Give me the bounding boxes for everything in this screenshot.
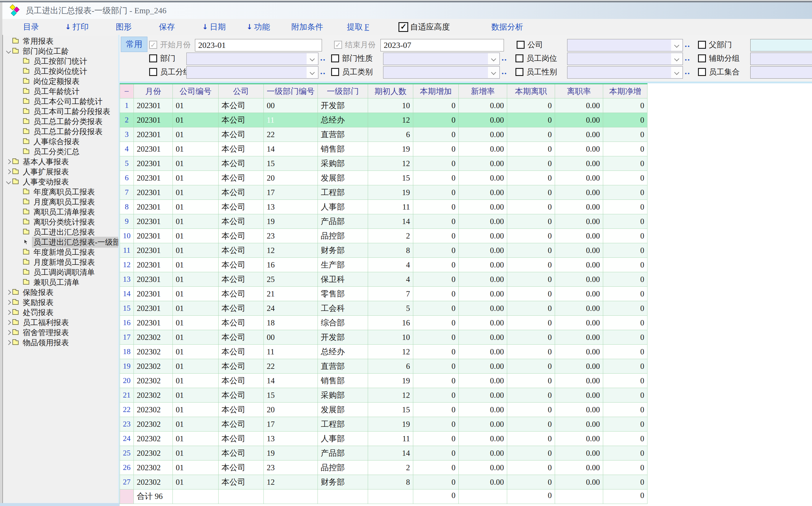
table-cell[interactable]: 202301 xyxy=(134,171,173,185)
table-cell[interactable]: 01 xyxy=(173,185,219,200)
chevron-down-icon[interactable] xyxy=(671,53,682,65)
table-cell[interactable]: 01 xyxy=(173,287,219,301)
table-cell[interactable]: 12 xyxy=(368,113,413,128)
table-cell[interactable]: 本公司 xyxy=(219,388,264,403)
tree-item[interactable]: 员工按岗位统计 xyxy=(3,66,118,76)
table-cell[interactable]: 0 xyxy=(603,490,647,504)
table-cell[interactable]: 0 xyxy=(507,316,555,330)
table-cell[interactable]: 7 xyxy=(368,287,413,301)
row-number-cell[interactable]: 23 xyxy=(120,417,134,431)
table-cell[interactable]: 0 xyxy=(603,475,647,490)
chevron-down-icon[interactable] xyxy=(671,39,682,51)
table-cell[interactable]: 01 xyxy=(173,171,219,185)
table-cell[interactable]: 本公司 xyxy=(219,171,264,185)
table-cell[interactable]: 0 xyxy=(413,460,459,475)
table-cell[interactable]: 0.00 xyxy=(459,229,507,243)
table-cell[interactable]: 2 xyxy=(368,460,413,475)
table-cell[interactable]: 00 xyxy=(264,98,318,113)
table-cell[interactable]: 0 xyxy=(603,214,647,229)
tree-item[interactable]: 员工本司工龄分段报表 xyxy=(3,106,118,116)
table-cell[interactable]: 11 xyxy=(264,345,318,359)
dept-nature-more-button[interactable]: .. xyxy=(502,53,507,63)
table-cell[interactable]: 0 xyxy=(413,200,459,214)
row-number-cell[interactable]: 13 xyxy=(120,272,134,287)
table-cell[interactable]: 0 xyxy=(507,185,555,200)
chevron-down-icon[interactable] xyxy=(307,53,318,65)
table-cell[interactable]: 0.00 xyxy=(555,142,603,156)
tree-item[interactable]: 处罚报表 xyxy=(3,308,118,318)
row-number-cell[interactable] xyxy=(120,490,134,504)
collapse-icon[interactable] xyxy=(5,49,12,53)
table-cell[interactable]: 0 xyxy=(413,301,459,316)
table-cell[interactable]: 0 xyxy=(507,287,555,301)
expand-icon[interactable] xyxy=(5,170,12,173)
table-cell[interactable]: 0 xyxy=(603,156,647,171)
table-cell[interactable]: 17 xyxy=(264,185,318,200)
table-cell[interactable]: 19 xyxy=(264,446,318,460)
table-cell[interactable]: 0.00 xyxy=(459,388,507,403)
table-cell[interactable]: 0.00 xyxy=(459,446,507,460)
table-cell[interactable]: 0.00 xyxy=(555,403,603,417)
table-cell[interactable]: 14 xyxy=(264,373,318,388)
table-cell[interactable]: 11 xyxy=(368,431,413,446)
table-cell[interactable]: 0 xyxy=(413,446,459,460)
table-cell[interactable]: 本公司 xyxy=(219,243,264,258)
table-cell[interactable]: 0 xyxy=(603,330,647,345)
row-number-cell[interactable]: 14 xyxy=(120,287,134,301)
emp-group-more-button[interactable]: .. xyxy=(320,66,326,76)
column-header[interactable]: 本期离职 xyxy=(507,84,555,98)
row-number-cell[interactable]: 5 xyxy=(120,156,134,171)
table-cell[interactable]: 18 xyxy=(264,316,318,330)
table-cell[interactable]: 0 xyxy=(413,171,459,185)
tree-item[interactable]: 物品领用报表 xyxy=(3,338,118,348)
table-cell[interactable]: 0 xyxy=(507,229,555,243)
column-header[interactable]: 本期增加 xyxy=(413,84,459,98)
table-cell[interactable]: 13 xyxy=(264,431,318,446)
table-cell[interactable]: 12 xyxy=(368,388,413,403)
table-cell[interactable]: 0.00 xyxy=(459,156,507,171)
table-cell[interactable]: 0 xyxy=(413,243,459,258)
table-cell[interactable]: 0.00 xyxy=(459,287,507,301)
table-cell[interactable]: 生产部 xyxy=(318,258,368,272)
emp-gender-dropdown[interactable] xyxy=(567,66,683,79)
table-cell[interactable]: 202301 xyxy=(134,156,173,171)
table-cell[interactable]: 0 xyxy=(413,475,459,490)
table-cell[interactable]: 202302 xyxy=(134,373,173,388)
table-cell[interactable]: 本公司 xyxy=(219,272,264,287)
table-cell[interactable]: 0.00 xyxy=(555,373,603,388)
tree-item[interactable]: 员工年龄统计 xyxy=(3,86,118,96)
column-header[interactable]: 离职率 xyxy=(555,84,603,98)
table-cell[interactable]: 01 xyxy=(173,460,219,475)
table-cell[interactable]: 0 xyxy=(413,359,459,373)
tree-item[interactable]: 人事扩展报表 xyxy=(3,167,118,177)
table-cell[interactable]: 01 xyxy=(173,388,219,403)
table-cell[interactable]: 01 xyxy=(173,431,219,446)
table-cell[interactable]: 0 xyxy=(507,490,555,504)
row-number-cell[interactable]: 2 xyxy=(120,113,134,128)
tree-item[interactable]: 年度新增员工报表 xyxy=(3,247,118,257)
table-cell[interactable]: 采购部 xyxy=(318,388,368,403)
table-cell[interactable]: 本公司 xyxy=(219,214,264,229)
row-number-cell[interactable]: 4 xyxy=(120,142,134,156)
table-cell[interactable]: 零售部 xyxy=(318,287,368,301)
function-button[interactable]: ↓ 功能 xyxy=(246,21,270,32)
row-number-cell[interactable]: 24 xyxy=(120,431,134,446)
table-cell[interactable]: 01 xyxy=(173,229,219,243)
table-cell[interactable]: 工程部 xyxy=(318,417,368,431)
table-cell[interactable]: 0.00 xyxy=(555,475,603,490)
table-cell[interactable]: 01 xyxy=(173,446,219,460)
row-number-cell[interactable]: 6 xyxy=(120,171,134,185)
parent-dept-checkbox[interactable] xyxy=(698,41,706,49)
table-cell[interactable]: 0.00 xyxy=(555,345,603,359)
table-cell[interactable]: 01 xyxy=(173,316,219,330)
table-cell[interactable]: 202301 xyxy=(134,272,173,287)
table-cell[interactable]: 202301 xyxy=(134,287,173,301)
table-cell[interactable]: 12 xyxy=(368,156,413,171)
table-cell[interactable]: 0.00 xyxy=(555,214,603,229)
row-number-cell[interactable]: 1 xyxy=(120,98,134,113)
table-cell[interactable]: 0.00 xyxy=(459,431,507,446)
table-cell[interactable]: 0 xyxy=(413,388,459,403)
table-cell[interactable]: 0 xyxy=(507,142,555,156)
expand-icon[interactable] xyxy=(5,321,12,324)
company-checkbox[interactable] xyxy=(517,41,525,49)
